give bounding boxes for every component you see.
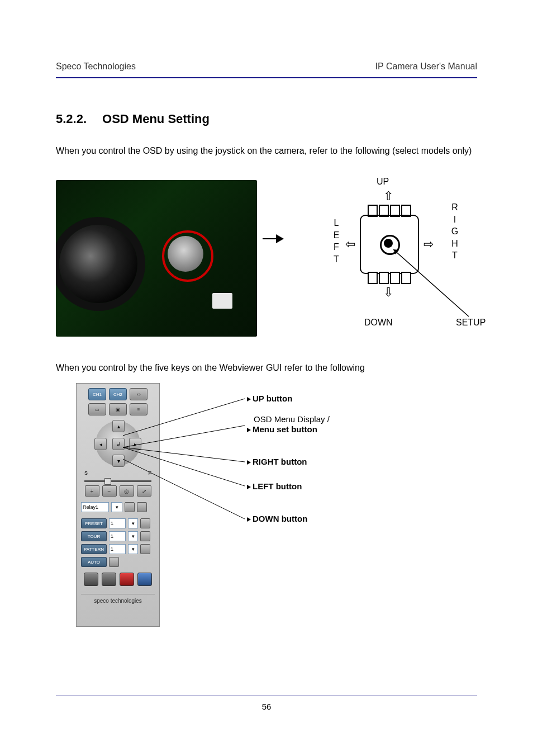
ch1-button[interactable]: CH1 xyxy=(88,388,106,400)
tour-button[interactable]: TOUR xyxy=(81,531,107,541)
highlight-circle xyxy=(162,230,213,282)
callout-left: LEFT button xyxy=(247,481,302,491)
intro-paragraph: When you control the OSD by using the jo… xyxy=(56,142,477,160)
svg-line-6 xyxy=(123,459,245,519)
stop-icon[interactable] xyxy=(137,573,152,586)
svg-line-0 xyxy=(393,249,469,316)
camera-icon[interactable] xyxy=(102,573,116,586)
callout-down: DOWN button xyxy=(247,514,307,523)
tour-select[interactable]: 1 xyxy=(109,531,126,541)
auto-button[interactable]: AUTO xyxy=(81,557,107,567)
label-left: LEFT xyxy=(332,217,341,265)
auto-go[interactable] xyxy=(109,557,119,567)
minus-icon[interactable]: − xyxy=(102,485,117,497)
setup-pointer-line xyxy=(393,249,477,322)
svg-line-4 xyxy=(123,447,245,462)
section-title: 5.2.2.OSD Menu Setting xyxy=(56,112,477,126)
label-setup: SETUP xyxy=(456,316,486,329)
pointer-arrow xyxy=(263,234,284,243)
callout-right: RIGHT button xyxy=(247,457,307,466)
left-arrow-icon: ⇦ xyxy=(345,238,355,251)
callout-up: UP button xyxy=(247,394,292,403)
relay-select[interactable]: Relay1 xyxy=(81,502,109,512)
down-arrow-icon: ⇩ xyxy=(383,286,393,299)
page-number: 56 xyxy=(262,702,272,711)
tour-go[interactable] xyxy=(140,531,150,541)
joystick-cap xyxy=(384,239,393,248)
window-icon[interactable]: ▭ xyxy=(88,403,106,415)
snapshot-icon[interactable] xyxy=(84,573,98,586)
svg-line-3 xyxy=(123,426,245,447)
page-header: Speco Technologies IP Camera User's Manu… xyxy=(56,62,477,78)
header-left: Speco Technologies xyxy=(56,62,136,72)
pattern-button[interactable]: PATTERN xyxy=(81,544,107,554)
up-arrow-icon: ⇧ xyxy=(383,190,393,202)
page-footer: 56 xyxy=(56,696,477,711)
svg-line-5 xyxy=(123,447,245,486)
record-icon[interactable] xyxy=(120,573,134,586)
joystick-diagram: UP ⇧ ⇦ ⇨ ⇩ LEFT RIGHT DOWN SETUP xyxy=(298,180,477,337)
svg-line-2 xyxy=(123,399,245,436)
label-up: UP xyxy=(377,176,389,188)
relay-dropdown-icon[interactable]: ▾ xyxy=(111,502,122,512)
left-button[interactable]: ◂ xyxy=(94,438,107,450)
label-down: DOWN xyxy=(364,316,393,329)
camera-photo xyxy=(56,180,257,337)
callout-menu-line1: OSD Menu Display / xyxy=(254,414,330,424)
panel-brand: speco technologies xyxy=(81,594,155,604)
preset-button[interactable]: PRESET xyxy=(81,518,107,528)
chip-icon xyxy=(212,293,232,309)
pattern-go[interactable] xyxy=(140,544,150,554)
section-number: 5.2.2. xyxy=(56,112,87,126)
gui-callouts: UP button OSD Menu Display / Menu set bu… xyxy=(160,383,477,627)
right-arrow-icon: ⇨ xyxy=(423,238,434,251)
second-paragraph: When you control by the five keys on the… xyxy=(56,360,477,375)
section-name: OSD Menu Setting xyxy=(102,112,210,126)
pattern-select[interactable]: 1 xyxy=(109,544,126,554)
callout-menu-line2: Menu set button xyxy=(247,424,317,434)
header-right: IP Camera User's Manual xyxy=(375,62,477,72)
slider-label-s: S xyxy=(84,470,88,476)
plus-icon[interactable]: + xyxy=(85,485,99,497)
camera-lens xyxy=(59,225,137,303)
